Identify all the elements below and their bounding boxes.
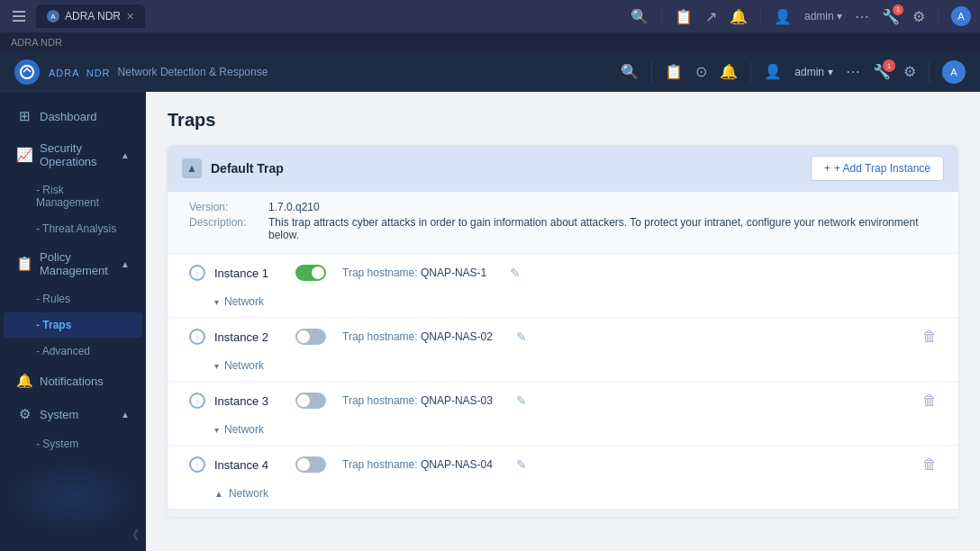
sidebar-item-advanced[interactable]: - Advanced	[4, 339, 142, 364]
browser-tab[interactable]: A ADRA NDR ✕	[36, 5, 145, 28]
instance-3-network-row[interactable]: ▾ Network	[168, 420, 958, 445]
header-help-icon[interactable]: 🔧1	[873, 63, 891, 80]
header-avatar[interactable]: A	[942, 60, 966, 84]
instance-1-edit-icon[interactable]: ✎	[510, 266, 521, 280]
network-4-label: Network	[229, 487, 268, 500]
tab-close-button[interactable]: ✕	[126, 11, 134, 23]
network-1-chevron: ▾	[214, 297, 219, 307]
browser-history-icon[interactable]: 📋	[675, 8, 693, 25]
add-instance-plus: +	[824, 162, 830, 175]
logo-icon	[14, 59, 40, 85]
instance-4-hostname-value: QNAP-NAS-04	[421, 458, 493, 471]
sidebar: ⊞ Dashboard 📈 Security Operations ▲ - Ri…	[0, 92, 146, 551]
instance-4-toggle[interactable]	[295, 456, 326, 473]
browser-admin-label[interactable]: admin ▾	[804, 10, 842, 23]
trap-container: ▲ Default Trap + + Add Trap Instance Ver…	[168, 145, 958, 517]
admin-button[interactable]: admin ▾	[794, 66, 833, 78]
instance-4-edit-icon[interactable]: ✎	[516, 457, 527, 472]
instance-3-edit-icon[interactable]: ✎	[516, 393, 527, 408]
instance-2-row: ○ Instance 2 Trap hostname: QNAP-NAS-02 …	[168, 318, 958, 356]
sidebar-label-risk-management: - Risk Management	[36, 184, 99, 209]
instance-2-hostname: Trap hostname: QNAP-NAS-02	[342, 330, 493, 343]
browser-user-icon[interactable]: 👤	[774, 8, 792, 25]
instance-3-hostname: Trap hostname: QNAP-NAS-03	[342, 394, 493, 407]
dashboard-icon: ⊞	[16, 108, 32, 124]
sidebar-item-security-operations[interactable]: 📈 Security Operations ▲	[4, 133, 142, 176]
header-more-icon[interactable]: ⋯	[846, 63, 860, 80]
instance-3-toggle[interactable]	[295, 393, 326, 409]
browser-settings-icon[interactable]: ⚙	[912, 8, 925, 25]
system-icon: ⚙	[16, 406, 32, 422]
browser-menu-icon[interactable]	[9, 7, 29, 25]
app-logo: ADRA NDR	[14, 59, 111, 85]
instance-4-network-row[interactable]: ▲ Network	[168, 483, 958, 509]
policy-icon: 📋	[16, 256, 32, 272]
sidebar-item-system-sub[interactable]: - System	[4, 431, 142, 456]
instance-1-row: ○ Instance 1 Trap hostname: QNAP-NAS-1 ✎	[168, 254, 958, 292]
header-settings-icon[interactable]: ⚙	[903, 63, 916, 80]
sidebar-collapse-button[interactable]: 《	[126, 528, 139, 544]
sidebar-item-rules[interactable]: - Rules	[4, 286, 142, 312]
chevron-policy: ▲	[121, 259, 130, 269]
sidebar-label-threat-analysis: - Threat Analysis	[36, 222, 116, 235]
instance-4-icon: ○	[189, 456, 205, 473]
sidebar-item-policy-management[interactable]: 📋 Policy Management ▲	[4, 242, 142, 285]
instance-2-icon: ○	[189, 329, 205, 345]
sidebar-label-system: System	[40, 408, 78, 421]
header-circle-icon[interactable]: ⊙	[695, 63, 707, 80]
instance-4-hostname: Trap hostname: QNAP-NAS-04	[342, 458, 493, 471]
content-area: Traps ▲ Default Trap + + Add Trap Instan…	[146, 92, 980, 551]
sidebar-label-system-sub: - System	[36, 438, 78, 450]
sidebar-item-threat-analysis[interactable]: - Threat Analysis	[4, 216, 142, 241]
instance-2-toggle[interactable]	[295, 329, 326, 345]
browser-bell-icon[interactable]: 🔔	[730, 8, 748, 25]
add-trap-instance-button[interactable]: + + Add Trap Instance	[811, 156, 944, 181]
instance-1-name: Instance 1	[214, 266, 286, 280]
network-2-chevron: ▾	[214, 361, 219, 371]
instance-2-edit-icon[interactable]: ✎	[516, 330, 527, 344]
header-bell-icon[interactable]: 🔔	[720, 63, 738, 80]
sidebar-item-notifications[interactable]: 🔔 Notifications	[4, 365, 142, 397]
instance-2-network-row[interactable]: ▾ Network	[168, 356, 958, 381]
version-value: 1.7.0.q210	[268, 201, 320, 213]
security-ops-icon: 📈	[16, 147, 32, 163]
description-label: Description:	[189, 216, 261, 241]
sidebar-item-dashboard[interactable]: ⊞ Dashboard	[4, 100, 142, 132]
instance-3-delete-icon[interactable]: 🗑	[922, 393, 937, 409]
network-1-label: Network	[224, 295, 264, 308]
instance-2-delete-icon[interactable]: 🗑	[922, 329, 937, 345]
instance-1-toggle[interactable]	[295, 265, 326, 281]
trap-header: ▲ Default Trap + + Add Trap Instance	[168, 145, 958, 192]
sidebar-label-security-ops: Security Operations	[40, 141, 113, 168]
address-text: ADRA NDR	[11, 37, 62, 48]
browser-share-icon[interactable]: ↗	[705, 8, 717, 25]
instance-1-network-row[interactable]: ▾ Network	[168, 292, 958, 317]
toolbar-divider3	[938, 6, 939, 26]
network-3-chevron: ▾	[214, 425, 219, 435]
add-instance-label: + Add Trap Instance	[834, 162, 930, 175]
browser-search-icon[interactable]: 🔍	[631, 8, 649, 25]
version-label: Version:	[189, 201, 261, 213]
sidebar-item-system[interactable]: ⚙ System ▲	[4, 398, 142, 430]
header-user-icon[interactable]: 👤	[764, 63, 782, 80]
network-4-chevron: ▲	[214, 489, 223, 499]
sidebar-item-risk-management[interactable]: - Risk Management	[4, 177, 142, 215]
trap-collapse-button[interactable]: ▲	[182, 158, 202, 178]
browser-more-icon[interactable]: ⋯	[855, 8, 869, 25]
toolbar-divider	[661, 6, 662, 26]
instance-2-wrapper: ○ Instance 2 Trap hostname: QNAP-NAS-02 …	[168, 318, 958, 382]
network-3-label: Network	[224, 423, 264, 436]
sidebar-label-traps: - Traps	[36, 319, 71, 331]
instance-4-row: ○ Instance 4 Trap hostname: QNAP-NAS-04 …	[168, 446, 958, 483]
header-history-icon[interactable]: 📋	[665, 63, 683, 80]
instance-1-hostname: Trap hostname: QNAP-NAS-1	[342, 266, 486, 279]
sidebar-label-dashboard: Dashboard	[40, 110, 97, 123]
browser-badge-icon[interactable]: 🔧1	[882, 8, 900, 25]
instance-4-delete-icon[interactable]: 🗑	[922, 456, 937, 473]
instance-3-row: ○ Instance 3 Trap hostname: QNAP-NAS-03 …	[168, 382, 958, 420]
sidebar-label-notifications: Notifications	[40, 375, 104, 388]
browser-avatar[interactable]: A	[951, 6, 971, 26]
header-search-icon[interactable]: 🔍	[621, 63, 639, 80]
tab-label: ADRA NDR	[65, 10, 121, 23]
sidebar-item-traps[interactable]: - Traps	[4, 312, 142, 338]
